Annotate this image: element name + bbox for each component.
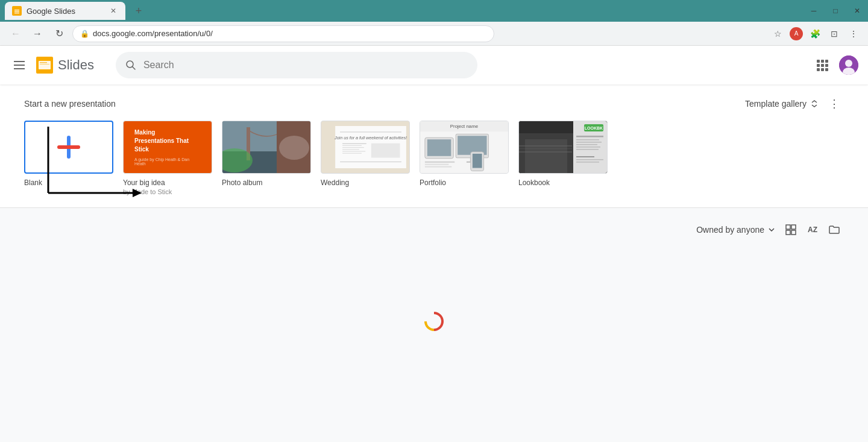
template-big-idea[interactable]: MakingPresentations ThatStick A guide by… bbox=[123, 121, 212, 195]
apps-grid-icon[interactable] bbox=[810, 53, 834, 77]
svg-rect-0 bbox=[13, 7, 21, 15]
template-blank-thumb bbox=[24, 121, 113, 174]
template-wedding-thumb: Join us for a full weekend of activities… bbox=[321, 121, 410, 174]
tab-close-button[interactable]: ✕ bbox=[108, 6, 118, 16]
svg-rect-47 bbox=[342, 153, 362, 154]
svg-rect-42 bbox=[342, 144, 366, 144]
loading-spinner bbox=[424, 312, 444, 331]
template-wedding[interactable]: Join us for a full weekend of activities… bbox=[321, 121, 410, 195]
svg-rect-40 bbox=[340, 132, 401, 133]
svg-rect-16 bbox=[817, 64, 820, 67]
template-gallery-button[interactable]: Template gallery bbox=[745, 98, 820, 109]
template-lookbook[interactable]: LOOKBK Lookbook bbox=[518, 121, 608, 195]
template-big-idea-thumb: MakingPresentations ThatStick A guide by… bbox=[123, 121, 212, 174]
svg-rect-81 bbox=[576, 162, 599, 163]
svg-text:Project name: Project name bbox=[450, 124, 479, 129]
folder-view-button[interactable] bbox=[825, 220, 844, 239]
address-bar-right: ☆ A 🧩 ⊡ ⋮ bbox=[770, 27, 861, 41]
svg-rect-68 bbox=[519, 148, 572, 149]
svg-rect-84 bbox=[786, 230, 790, 235]
minimize-button[interactable]: ─ bbox=[808, 7, 820, 15]
template-photo-album-name: Photo album bbox=[222, 178, 262, 187]
maximize-button[interactable]: □ bbox=[829, 7, 841, 15]
template-wedding-name: Wedding bbox=[321, 178, 349, 187]
title-bar: Google Slides ✕ + ─ □ ✕ bbox=[0, 0, 868, 22]
user-avatar[interactable] bbox=[839, 55, 858, 75]
svg-rect-48 bbox=[371, 144, 400, 158]
template-gallery-label: Template gallery bbox=[745, 99, 807, 109]
search-box[interactable] bbox=[116, 52, 477, 78]
template-portfolio[interactable]: Project name bbox=[420, 121, 509, 195]
owned-by-filter[interactable]: Owned by anyone bbox=[696, 225, 776, 235]
template-big-idea-name: Your big idea bbox=[123, 178, 165, 187]
template-portfolio-name: Portfolio bbox=[420, 178, 446, 187]
url-bar[interactable]: 🔒 docs.google.com/presentation/u/0/ bbox=[72, 25, 494, 42]
svg-rect-18 bbox=[825, 64, 828, 67]
loading-area bbox=[0, 312, 868, 331]
template-photo-album[interactable]: Photo album bbox=[222, 121, 311, 195]
extensions-icon[interactable]: 🧩 bbox=[808, 27, 822, 41]
owned-by-chevron bbox=[767, 225, 776, 235]
svg-rect-9 bbox=[40, 62, 47, 63]
svg-rect-44 bbox=[342, 147, 364, 148]
svg-text:Join us for a full weekend of : Join us for a full weekend of activities… bbox=[334, 136, 407, 140]
new-tab-button[interactable]: + bbox=[130, 2, 147, 19]
chevron-up-down-icon bbox=[809, 98, 820, 109]
svg-rect-21 bbox=[825, 68, 828, 71]
templates-more-button[interactable]: ⋮ bbox=[825, 94, 844, 113]
svg-rect-66 bbox=[525, 139, 567, 174]
svg-text:LOOKBK: LOOKBK bbox=[585, 126, 603, 130]
main-content: Start a new presentation Template galler… bbox=[0, 84, 868, 442]
app-logo: Slides bbox=[36, 57, 94, 74]
back-button[interactable]: ← bbox=[7, 25, 24, 42]
svg-rect-4 bbox=[14, 61, 25, 62]
search-icon bbox=[125, 60, 136, 71]
more-options-icon[interactable]: ⋮ bbox=[846, 27, 861, 41]
svg-rect-75 bbox=[576, 142, 602, 143]
refresh-button[interactable]: ↻ bbox=[51, 25, 68, 42]
close-button[interactable]: ✕ bbox=[851, 7, 863, 15]
split-screen-icon[interactable]: ⊡ bbox=[827, 27, 841, 41]
svg-rect-2 bbox=[14, 11, 19, 12]
svg-rect-43 bbox=[342, 145, 362, 146]
svg-point-38 bbox=[279, 136, 309, 160]
app-name: Slides bbox=[58, 57, 94, 73]
templates-section: Start a new presentation Template galler… bbox=[0, 84, 868, 208]
svg-rect-3 bbox=[14, 13, 19, 13]
svg-rect-61 bbox=[425, 162, 454, 163]
grid-view-button[interactable] bbox=[781, 220, 800, 239]
address-bar: ← → ↻ 🔒 docs.google.com/presentation/u/0… bbox=[0, 22, 868, 46]
files-toolbar: Owned by anyone bbox=[24, 220, 844, 239]
svg-rect-74 bbox=[576, 139, 599, 140]
template-blank[interactable]: Blank bbox=[24, 121, 113, 195]
svg-rect-80 bbox=[576, 159, 603, 160]
sort-button[interactable]: AZ bbox=[803, 220, 822, 239]
svg-rect-83 bbox=[791, 225, 796, 229]
owned-by-label: Owned by anyone bbox=[696, 225, 764, 235]
svg-point-23 bbox=[845, 60, 852, 67]
hamburger-menu[interactable] bbox=[10, 55, 29, 75]
svg-rect-78 bbox=[576, 149, 599, 150]
forward-button[interactable]: → bbox=[29, 25, 46, 42]
template-blank-name: Blank bbox=[24, 178, 42, 187]
bookmark-icon[interactable]: ☆ bbox=[770, 27, 785, 41]
svg-line-12 bbox=[132, 67, 135, 70]
svg-rect-46 bbox=[342, 151, 365, 151]
svg-rect-69 bbox=[519, 151, 572, 153]
search-input[interactable] bbox=[143, 60, 468, 71]
active-tab[interactable]: Google Slides ✕ bbox=[5, 2, 125, 20]
template-big-idea-subtitle: by Made to Stick bbox=[123, 188, 172, 195]
lock-icon: 🔒 bbox=[80, 30, 89, 38]
section-title: Start a new presentation bbox=[24, 99, 116, 109]
svg-rect-79 bbox=[576, 156, 594, 157]
tab-title: Google Slides bbox=[27, 7, 104, 16]
templates-header: Start a new presentation Template galler… bbox=[0, 94, 868, 121]
svg-rect-17 bbox=[821, 64, 824, 67]
profile-switcher[interactable]: A bbox=[790, 27, 803, 40]
template-lookbook-name: Lookbook bbox=[518, 178, 550, 187]
template-photo-album-thumb bbox=[222, 121, 311, 174]
svg-rect-58 bbox=[427, 139, 451, 156]
svg-rect-19 bbox=[817, 68, 820, 71]
svg-rect-63 bbox=[425, 166, 451, 168]
svg-rect-45 bbox=[342, 149, 359, 150]
